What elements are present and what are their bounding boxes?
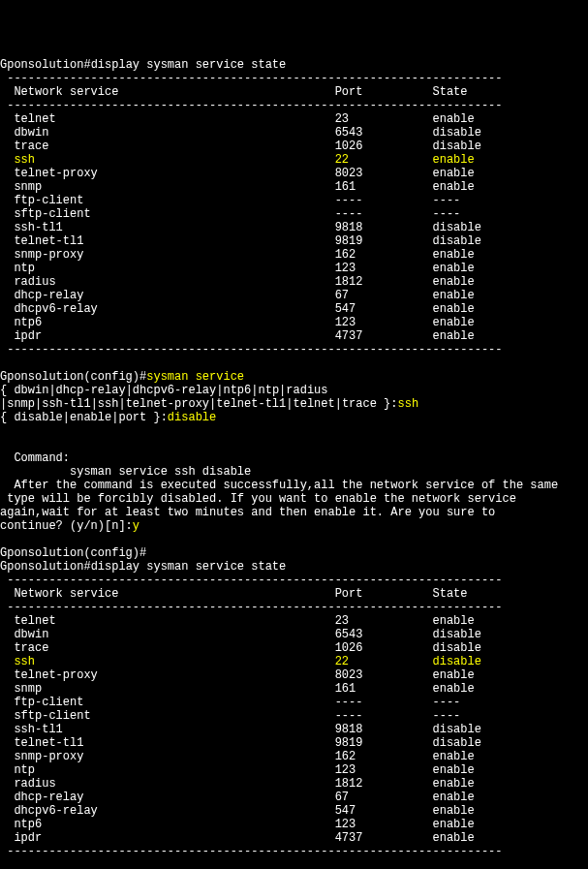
terminal-line: ssh 22 disable xyxy=(0,655,588,668)
prompt: Gponsolution(config)# xyxy=(0,370,146,384)
command: display sysman service state xyxy=(91,58,287,72)
terminal-line xyxy=(0,424,588,438)
terminal-line: dbwin 6543 disable xyxy=(0,126,588,140)
terminal-line xyxy=(0,438,588,451)
command: sysman service xyxy=(146,370,244,384)
terminal-line: snmp 161 enable xyxy=(0,180,588,194)
terminal-line: ----------------------------------------… xyxy=(0,601,588,614)
terminal-line xyxy=(0,858,588,869)
terminal-line: dbwin 6543 disable xyxy=(0,628,588,641)
prompt: Gponsolution# xyxy=(0,58,91,72)
command: display sysman service state xyxy=(91,560,287,574)
terminal-line: radius 1812 enable xyxy=(0,777,588,791)
user-input: disable xyxy=(168,411,216,424)
terminal-line: ipdr 4737 enable xyxy=(0,831,588,845)
terminal-line xyxy=(0,533,588,546)
terminal-line: ----------------------------------------… xyxy=(0,574,588,587)
terminal-line: ssh-tl1 9818 disable xyxy=(0,221,588,234)
terminal-line: |snmp|ssh-tl1|ssh|telnet-proxy|telnet-tl… xyxy=(0,397,588,411)
terminal-line: telnet-proxy 8023 enable xyxy=(0,167,588,180)
terminal-line: ftp-client ---- ---- xyxy=(0,194,588,207)
terminal-line: telnet-proxy 8023 enable xyxy=(0,668,588,682)
terminal-line: Gponsolution(config)#sysman service xyxy=(0,370,588,384)
terminal-line: continue? (y/n)[n]:y xyxy=(0,519,588,533)
terminal-line: Command: xyxy=(0,451,588,465)
terminal-line: Network service Port State xyxy=(0,85,588,99)
terminal-line: ----------------------------------------… xyxy=(0,845,588,858)
terminal-line: Gponsolution#display sysman service stat… xyxy=(0,58,588,72)
terminal-line: ntp 123 enable xyxy=(0,262,588,275)
terminal-line: ntp 123 enable xyxy=(0,763,588,777)
terminal-line: telnet-tl1 9819 disable xyxy=(0,234,588,248)
terminal-line: ----------------------------------------… xyxy=(0,72,588,85)
terminal-line: Network service Port State xyxy=(0,587,588,601)
terminal-line: sysman service ssh disable xyxy=(0,465,588,479)
terminal-line: trace 1026 disable xyxy=(0,140,588,153)
prompt: Gponsolution(config)# xyxy=(0,546,146,560)
terminal-line: Gponsolution(config)# xyxy=(0,546,588,560)
terminal-line: snmp 161 enable xyxy=(0,682,588,696)
terminal-line: dhcpv6-relay 547 enable xyxy=(0,804,588,818)
terminal-line: telnet 23 enable xyxy=(0,614,588,628)
terminal-line: dhcp-relay 67 enable xyxy=(0,791,588,804)
terminal-line: radius 1812 enable xyxy=(0,275,588,289)
terminal-line: { dbwin|dhcp-relay|dhcpv6-relay|ntp6|ntp… xyxy=(0,384,588,397)
terminal-line: snmp-proxy 162 enable xyxy=(0,248,588,262)
terminal-line: telnet-tl1 9819 disable xyxy=(0,736,588,750)
terminal-line: ssh-tl1 9818 disable xyxy=(0,723,588,736)
prompt: Gponsolution# xyxy=(0,560,91,574)
terminal-line: dhcp-relay 67 enable xyxy=(0,289,588,302)
terminal-line: dhcpv6-relay 547 enable xyxy=(0,302,588,316)
terminal-line: sftp-client ---- ---- xyxy=(0,207,588,221)
terminal-line: type will be forcibly disabled. If you w… xyxy=(0,492,588,506)
terminal-line: ----------------------------------------… xyxy=(0,99,588,112)
terminal-line: ipdr 4737 enable xyxy=(0,329,588,343)
terminal-line: again,wait for at least two minutes and … xyxy=(0,506,588,519)
terminal-line: telnet 23 enable xyxy=(0,112,588,126)
terminal-output: Gponsolution#display sysman service stat… xyxy=(0,58,588,869)
terminal-line: ntp6 123 enable xyxy=(0,818,588,831)
user-input: ssh xyxy=(398,397,419,411)
terminal-line: snmp-proxy 162 enable xyxy=(0,750,588,763)
terminal-line: { disable|enable|port }:disable xyxy=(0,411,588,424)
user-input: y xyxy=(133,519,139,533)
terminal-line: ntp6 123 enable xyxy=(0,316,588,329)
terminal-line: After the command is executed successful… xyxy=(0,479,588,492)
terminal-line: ssh 22 enable xyxy=(0,153,588,167)
terminal-line: Gponsolution#display sysman service stat… xyxy=(0,560,588,574)
terminal-line: sftp-client ---- ---- xyxy=(0,709,588,723)
terminal-line: ----------------------------------------… xyxy=(0,343,588,357)
terminal-line xyxy=(0,357,588,370)
terminal-line: trace 1026 disable xyxy=(0,641,588,655)
terminal-line: ftp-client ---- ---- xyxy=(0,696,588,709)
